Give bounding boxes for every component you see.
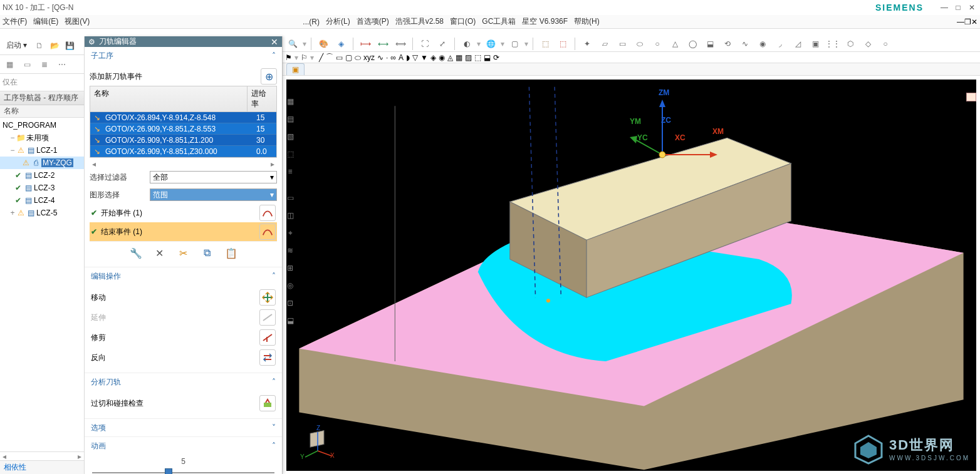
menu-view[interactable]: 视图(V)	[65, 16, 90, 27]
table-hscroll[interactable]: ◂▸	[90, 158, 277, 168]
diamond2-icon[interactable]: ◇	[860, 36, 875, 51]
st-2[interactable]: ▤	[283, 111, 298, 126]
pattern-icon[interactable]: ⋮⋮	[825, 36, 840, 51]
text-icon[interactable]: xyz	[363, 53, 375, 62]
cyl-icon[interactable]: ⬭	[632, 36, 647, 51]
layers-icon[interactable]: ≣	[38, 58, 51, 71]
mini-viewport-icon[interactable]	[966, 93, 976, 101]
st-13[interactable]: ⬓	[283, 313, 298, 328]
op-move[interactable]: 移动	[90, 287, 277, 307]
circle-icon[interactable]: ○	[878, 36, 893, 51]
op-trim[interactable]: 修剪	[90, 327, 277, 348]
menu-edit[interactable]: 编辑(E)	[33, 16, 58, 27]
rrect-icon[interactable]: ▢	[345, 53, 352, 62]
st-7[interactable]: ◫	[283, 208, 298, 223]
tree-unused[interactable]: − 📁 未用项	[0, 131, 84, 144]
st-1[interactable]: ▦	[283, 94, 298, 109]
start-dropdown[interactable]: 启动 ▾	[3, 39, 31, 52]
measure-icon[interactable]: ⟷	[375, 36, 390, 51]
rect-icon[interactable]: ▭	[336, 53, 343, 62]
col-feed[interactable]: 进给率	[248, 86, 276, 111]
section-anim[interactable]: 动画˄	[85, 437, 282, 455]
add-event-button[interactable]: ⊕	[261, 68, 277, 85]
st-6[interactable]: ▭	[283, 190, 298, 205]
menu-analyze[interactable]: 分析(L)	[326, 16, 350, 27]
tree-lcz4[interactable]: ✔ ▤ LCZ-4	[0, 194, 84, 207]
tree-lcz2[interactable]: ✔ ▤ LCZ-2	[0, 169, 84, 182]
cube2-icon[interactable]: ⬚	[555, 36, 570, 51]
copy-icon[interactable]: ⧉	[200, 245, 215, 260]
menu-haoqiang[interactable]: 浩强工具v2.58	[395, 16, 444, 27]
zoomsel-icon[interactable]: ⤢	[435, 36, 450, 51]
ruler-icon[interactable]: ⟼	[358, 36, 373, 51]
tree-lcz1[interactable]: − ⚠ ▤ LCZ-1	[0, 144, 84, 157]
sphere-icon[interactable]: ○	[650, 36, 665, 51]
menu-pref[interactable]: 首选项(P)	[357, 16, 389, 27]
op-reverse[interactable]: 反向	[90, 348, 277, 368]
fit-icon[interactable]: ⛶	[417, 36, 432, 51]
wire-icon[interactable]: ▢	[507, 36, 522, 51]
torus-icon[interactable]: ◯	[685, 36, 700, 51]
menu-window[interactable]: 窗口(O)	[450, 16, 476, 27]
section-editops[interactable]: 编辑操作˄	[85, 267, 282, 285]
v5-icon[interactable]: ◬	[447, 53, 453, 62]
v10-icon[interactable]: ⟳	[493, 53, 499, 62]
ellipse-icon[interactable]: ⬭	[355, 53, 361, 62]
point-icon[interactable]: ·	[386, 53, 388, 62]
save-icon[interactable]: 💾	[63, 39, 76, 52]
v6-icon[interactable]: ▦	[456, 53, 462, 62]
filter-select[interactable]: 全部▾	[150, 171, 277, 183]
table-row[interactable]: ↘GOTO/X-26.909,Y-8.851,Z30.0000.0	[90, 146, 276, 157]
cut-icon[interactable]: ✂	[176, 245, 191, 260]
axis-icon[interactable]: ✦	[580, 36, 595, 51]
slider-thumb[interactable]	[165, 468, 172, 474]
inner-close-button[interactable]: ✕	[971, 18, 977, 26]
st-4[interactable]: ⬚	[283, 147, 298, 162]
menu-file[interactable]: 文件(F)	[3, 16, 27, 27]
st-12[interactable]: ⊡	[283, 296, 298, 311]
line-icon[interactable]: ╱	[319, 53, 323, 62]
minimize-button[interactable]: —	[939, 2, 950, 13]
section-subproc[interactable]: 子工序˄	[85, 47, 282, 64]
hex-icon[interactable]: ⬡	[843, 36, 858, 51]
table-row[interactable]: ↘GOTO/X-26.909,Y-8.851,Z-8.55315	[90, 123, 276, 135]
graph-select[interactable]: 范围▾	[150, 188, 277, 201]
speed-slider[interactable]	[92, 467, 274, 474]
open-icon[interactable]: 📂	[48, 39, 61, 52]
end-curve-icon[interactable]	[259, 224, 276, 240]
v7-icon[interactable]: ▨	[465, 53, 472, 62]
tree-root[interactable]: NC_PROGRAM	[0, 119, 84, 131]
tree-lcz3[interactable]: ✔ ▤ LCZ-3	[0, 182, 84, 194]
globe-icon[interactable]: 🌐	[483, 36, 498, 51]
gouge-check[interactable]: 过切和碰撞检查	[90, 393, 277, 413]
close-button[interactable]: ✕	[966, 2, 977, 13]
table-row[interactable]: ↘GOTO/X-26.909,Y-8.851,Z1.20030	[90, 135, 276, 146]
section-options[interactable]: 选项˅	[85, 419, 282, 436]
section-analyze[interactable]: 分析刀轨˄	[85, 373, 282, 391]
diamond-icon[interactable]: ◈	[333, 36, 348, 51]
more-icon[interactable]: ⋯	[55, 58, 69, 71]
st-3[interactable]: ▧	[283, 129, 298, 144]
panel-header[interactable]: ⚙ 刀轨编辑器 ✕	[85, 36, 282, 47]
inner-restore-button[interactable]: ❐	[964, 18, 971, 26]
col-name[interactable]: 名称	[90, 86, 248, 111]
cube1-icon[interactable]: ⬚	[538, 36, 553, 51]
spline-icon[interactable]: ∿	[377, 53, 383, 62]
menu-help[interactable]: 帮助(H)	[574, 16, 600, 27]
v3-icon[interactable]: ◈	[430, 53, 436, 62]
doc-tab[interactable]: ▣	[286, 63, 305, 75]
tree-hscroll[interactable]: ◂▸	[0, 451, 84, 460]
start-curve-icon[interactable]	[259, 205, 276, 221]
st-9[interactable]: ≋	[283, 243, 298, 258]
menu-r[interactable]: ...(R)	[303, 18, 320, 26]
sel-tool-icon[interactable]: ▦	[3, 58, 16, 71]
menu-xingkong[interactable]: 星空 V6.936F	[522, 16, 568, 27]
cone-icon[interactable]: △	[667, 36, 682, 51]
dependency-bar[interactable]: 相依性	[0, 460, 84, 474]
start-event-row[interactable]: ✔ 开始事件 (1)	[90, 204, 277, 222]
program-tree[interactable]: NC_PROGRAM − 📁 未用项 − ⚠ ▤ LCZ-1 ⚠ ⎙ MY-ZQ…	[0, 118, 84, 451]
sweep-icon[interactable]: ∿	[738, 36, 753, 51]
d-icon[interactable]: ◗	[406, 53, 410, 62]
inner-minimize-button[interactable]: —	[957, 18, 964, 26]
box-icon[interactable]: ▭	[615, 36, 630, 51]
